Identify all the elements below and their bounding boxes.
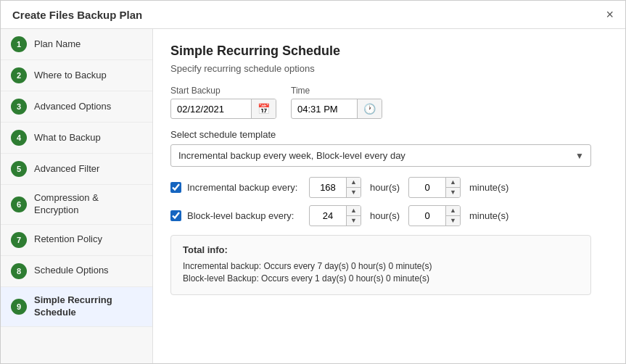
incremental-row: Incremental backup every: ▲ ▼ hour(s) ▲ … (170, 177, 608, 198)
modal-body: 1Plan Name2Where to Backup3Advanced Opti… (1, 29, 625, 363)
blocklevel-hours-unit: hour(s) (370, 210, 400, 221)
start-backup-input-wrapper: 📅 (170, 99, 276, 119)
sidebar-item-label-3: Advanced Options (34, 101, 111, 113)
step-badge-8: 8 (11, 263, 27, 279)
incremental-hours-spinner: ▲ ▼ (346, 178, 361, 197)
incremental-hours-unit: hour(s) (370, 182, 400, 193)
sidebar-item-label-1: Plan Name (34, 38, 81, 51)
incremental-hours-input[interactable] (310, 179, 346, 196)
start-backup-label: Start Backup (170, 86, 276, 96)
total-info-line1: Incremental backup: Occurs every 7 day(s… (183, 261, 579, 271)
incremental-minutes-up[interactable]: ▲ (446, 178, 460, 188)
blocklevel-minutes-unit: minute(s) (469, 210, 508, 221)
incremental-label: Incremental backup every: (187, 182, 303, 193)
sidebar-item-8[interactable]: 8Schedule Options (1, 256, 152, 287)
incremental-minutes-input[interactable] (409, 179, 445, 196)
start-backup-input[interactable] (171, 100, 251, 118)
time-input-wrapper: 🕐 (291, 99, 382, 119)
time-label: Time (291, 86, 382, 96)
step-badge-7: 7 (11, 232, 27, 248)
start-backup-group: Start Backup 📅 (170, 86, 276, 119)
total-info-title: Total info: (183, 244, 579, 255)
sidebar-item-label-8: Schedule Options (34, 265, 109, 277)
sidebar-item-5[interactable]: 5Advanced Filter (1, 154, 152, 185)
sidebar-item-2[interactable]: 2Where to Backup (1, 60, 152, 91)
clock-icon[interactable]: 🕐 (357, 99, 382, 118)
sidebar-item-label-5: Advanced Filter (34, 163, 99, 175)
sidebar: 1Plan Name2Where to Backup3Advanced Opti… (1, 29, 153, 363)
step-badge-1: 1 (11, 36, 27, 52)
template-select-wrapper: Incremental backup every week, Block-lev… (170, 144, 591, 167)
blocklevel-minutes-up[interactable]: ▲ (446, 206, 460, 216)
blocklevel-hours-input-wrapper: ▲ ▼ (309, 205, 361, 226)
modal-header: Create Files Backup Plan × (1, 1, 625, 29)
sidebar-item-9[interactable]: 9Simple Recurring Schedule (1, 287, 152, 327)
total-info-box: Total info: Incremental backup: Occurs e… (170, 235, 591, 295)
template-label: Select schedule template (170, 129, 608, 140)
template-select[interactable]: Incremental backup every week, Block-lev… (170, 144, 591, 167)
blocklevel-hours-down[interactable]: ▼ (347, 216, 361, 226)
blocklevel-label: Block-level backup every: (187, 210, 303, 221)
incremental-minutes-input-wrapper: ▲ ▼ (408, 177, 461, 198)
time-group: Time 🕐 (291, 86, 382, 119)
sidebar-item-4[interactable]: 4What to Backup (1, 123, 152, 154)
page-subtitle: Specify recurring schedule options (170, 63, 608, 74)
incremental-minutes-spinner: ▲ ▼ (445, 178, 460, 197)
sidebar-item-3[interactable]: 3Advanced Options (1, 91, 152, 123)
sidebar-item-label-6: Compression & Encryption (34, 192, 142, 217)
sidebar-item-label-4: What to Backup (34, 132, 101, 144)
blocklevel-row: Block-level backup every: ▲ ▼ hour(s) ▲ … (170, 205, 608, 226)
blocklevel-minutes-input[interactable] (409, 207, 445, 224)
step-badge-9: 9 (11, 299, 27, 315)
sidebar-item-1[interactable]: 1Plan Name (1, 29, 152, 60)
modal-title: Create Files Backup Plan (12, 9, 142, 21)
sidebar-item-label-2: Where to Backup (34, 70, 107, 82)
step-badge-2: 2 (11, 67, 27, 83)
main-content: Simple Recurring Schedule Specify recurr… (153, 29, 625, 363)
time-input[interactable] (292, 100, 357, 118)
sidebar-item-label-9: Simple Recurring Schedule (34, 294, 142, 319)
incremental-hours-up[interactable]: ▲ (347, 178, 361, 188)
close-button[interactable]: × (606, 8, 614, 21)
blocklevel-minutes-down[interactable]: ▼ (446, 216, 460, 226)
calendar-icon[interactable]: 📅 (251, 99, 276, 118)
incremental-checkbox[interactable] (170, 182, 181, 193)
sidebar-item-label-7: Retention Policy (34, 233, 102, 246)
blocklevel-hours-up[interactable]: ▲ (347, 206, 361, 216)
page-title: Simple Recurring Schedule (170, 44, 608, 59)
modal-container: Create Files Backup Plan × 1Plan Name2Wh… (0, 0, 626, 364)
incremental-minutes-unit: minute(s) (469, 182, 508, 193)
step-badge-5: 5 (11, 161, 27, 177)
step-badge-6: 6 (11, 197, 27, 212)
blocklevel-hours-input[interactable] (310, 207, 346, 224)
blocklevel-checkbox[interactable] (170, 210, 181, 221)
blocklevel-minutes-spinner: ▲ ▼ (445, 206, 460, 226)
total-info-line2: Block-level Backup: Occurs every 1 day(s… (183, 273, 579, 284)
incremental-hours-input-wrapper: ▲ ▼ (309, 177, 361, 198)
incremental-minutes-down[interactable]: ▼ (446, 188, 460, 197)
sidebar-item-7[interactable]: 7Retention Policy (1, 225, 152, 256)
blocklevel-hours-spinner: ▲ ▼ (346, 206, 361, 226)
blocklevel-minutes-input-wrapper: ▲ ▼ (408, 205, 461, 226)
incremental-hours-down[interactable]: ▼ (347, 188, 361, 197)
step-badge-3: 3 (11, 99, 27, 115)
step-badge-4: 4 (11, 130, 27, 146)
date-time-row: Start Backup 📅 Time 🕐 (170, 86, 608, 119)
sidebar-item-6[interactable]: 6Compression & Encryption (1, 185, 152, 225)
